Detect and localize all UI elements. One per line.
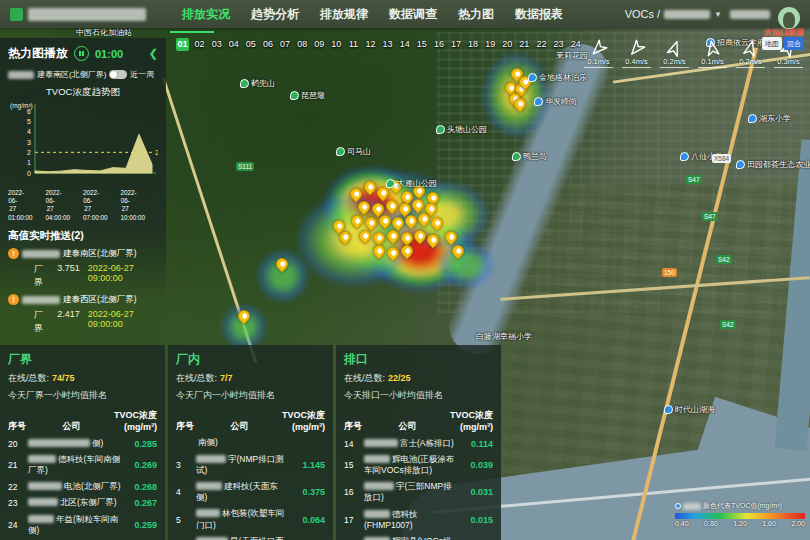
company-redacted xyxy=(28,482,62,490)
tvoc-value: 0.285 xyxy=(121,439,157,449)
map-layer-buttons: 地图 混合 xyxy=(762,37,804,50)
tvoc-value: 0.031 xyxy=(457,487,493,497)
legend-marker-icon xyxy=(675,503,681,509)
push-type: 厂界 xyxy=(34,309,49,335)
x-axis-label: 2022-06-27 10:00:00 xyxy=(121,189,159,222)
table-row[interactable]: 15 辉电池(正极涂布车间VOCs排放口) 0.039 xyxy=(344,454,493,476)
hour-tick[interactable]: 09 xyxy=(313,38,326,51)
hour-tick[interactable]: 05 xyxy=(244,38,257,51)
hour-tick[interactable]: 22 xyxy=(535,38,548,51)
push-timestamp: 2022-06-27 09:00:00 xyxy=(88,309,158,335)
hour-tick[interactable]: 24 xyxy=(569,38,582,51)
online-count: 7/7 xyxy=(220,373,233,383)
table-row[interactable]: 22 电池(北侧厂界) 0.268 xyxy=(8,481,157,492)
wind-indicator: 0.2m/s xyxy=(736,40,765,68)
table-header: 序号 公司 TVOC浓度(mg/m³) xyxy=(344,409,493,433)
hour-tick[interactable]: 13 xyxy=(381,38,394,51)
hour-tick[interactable]: 10 xyxy=(330,38,343,51)
panel-title: 厂界 xyxy=(8,351,157,368)
nav-tab[interactable]: 排放实况 xyxy=(182,6,230,23)
company-name: 宇(三部NMP排放口) xyxy=(364,481,457,503)
push-alert-item[interactable]: ! 建泰西区(北侧厂界) 厂界 2.417 2022-06-27 09:00:0… xyxy=(8,294,158,335)
hour-tick[interactable]: 11 xyxy=(347,38,360,51)
tvoc-value: 0.039 xyxy=(457,460,493,470)
hour-tick[interactable]: 04 xyxy=(227,38,240,51)
hour-tick[interactable]: 16 xyxy=(432,38,445,51)
nav-tab[interactable]: 排放规律 xyxy=(320,6,368,23)
hour-tick[interactable]: 14 xyxy=(398,38,411,51)
map-mix-button[interactable]: 混合 xyxy=(784,37,804,50)
table-row[interactable]: 6 显(天面排口西侧) 0.029 xyxy=(176,536,325,540)
hour-tick[interactable]: 07 xyxy=(279,38,292,51)
company-name: 德科技(车间南侧厂界) xyxy=(28,454,121,476)
hour-tick[interactable]: 06 xyxy=(261,38,274,51)
legend-title: 颜色代表TVOC值(mg/m³) xyxy=(703,501,782,511)
wind-indicator: 0.1m/s xyxy=(698,40,727,68)
app-logo-icon xyxy=(10,8,23,21)
table-row[interactable]: 23 北区(东侧厂界) 0.267 xyxy=(8,497,157,508)
hour-tick[interactable]: 20 xyxy=(501,38,514,51)
company-redacted xyxy=(28,498,58,506)
table-row[interactable]: 21 德科技(车间南侧厂界) 0.269 xyxy=(8,454,157,476)
hour-tick[interactable]: 17 xyxy=(450,38,463,51)
nav-tab[interactable]: 热力图 xyxy=(458,6,494,23)
hour-tick[interactable]: 15 xyxy=(415,38,428,51)
nav-tab[interactable]: 数据调查 xyxy=(389,6,437,23)
nav-tab[interactable]: 数据报表 xyxy=(515,6,563,23)
push-value: 3.751 xyxy=(57,263,80,289)
app-title-redacted xyxy=(28,8,146,21)
table-header: 序号 公司 TVOC浓度(mg/m³) xyxy=(176,409,325,433)
table-row[interactable]: 16 宇(三部NMP排放口) 0.031 xyxy=(344,481,493,503)
hour-tick[interactable]: 19 xyxy=(484,38,497,51)
svg-text:6: 6 xyxy=(27,108,31,115)
vocs-value-redacted xyxy=(664,10,710,19)
svg-text:2: 2 xyxy=(27,149,31,156)
hour-tick[interactable]: 02 xyxy=(193,38,206,51)
table-row[interactable]: 4 建科技(天面东侧) 0.375 xyxy=(176,481,325,503)
table-row[interactable]: 14 富士(A栋排口) 0.114 xyxy=(344,438,493,449)
company-redacted xyxy=(364,510,390,518)
online-label: 在线/总数: xyxy=(8,373,49,383)
hour-tick[interactable]: 01 xyxy=(176,38,189,51)
table-row[interactable]: 5 林包装(吹塑车间门口) 0.064 xyxy=(176,508,325,530)
pause-button[interactable] xyxy=(74,46,89,61)
online-count: 22/25 xyxy=(388,373,411,383)
company-redacted xyxy=(364,439,398,447)
wind-speed-label: 0.2m/s xyxy=(660,57,689,68)
trend-chart-svg: (mg/m³)01234562 xyxy=(8,99,158,185)
range-selector[interactable]: 近一周 xyxy=(130,69,154,80)
hour-tick[interactable]: 12 xyxy=(364,38,377,51)
table-row[interactable]: 18 辉家具(VOCs排放 0.014 xyxy=(344,536,493,540)
avatar[interactable] xyxy=(778,7,800,29)
wrapped-text-fragment: 南侧) xyxy=(198,437,325,449)
vocs-dropdown[interactable]: VOCs / ▼ xyxy=(625,8,722,20)
map-type-button[interactable]: 地图 xyxy=(762,37,782,50)
x-axis-label: 2022-06-27 01:00:00 xyxy=(8,189,46,222)
table-row[interactable]: 3 宇(NMP排口测试) 1.145 xyxy=(176,454,325,476)
wind-arrow-icon xyxy=(740,38,761,59)
tvoc-value: 0.114 xyxy=(457,439,493,449)
nav-tab[interactable]: 趋势分析 xyxy=(251,6,299,23)
hour-tick[interactable]: 18 xyxy=(467,38,480,51)
hour-tick[interactable]: 23 xyxy=(552,38,565,51)
site-toggle-switch[interactable] xyxy=(109,70,127,79)
company-name: 北区(东侧厂界) xyxy=(28,497,121,508)
heatmap-playback-title: 热力图播放 xyxy=(8,45,68,62)
company-name: 年益(制粒车间南侧) xyxy=(28,514,121,536)
rank-number: 22 xyxy=(8,482,28,492)
hour-tick[interactable]: 08 xyxy=(296,38,309,51)
svg-text:1: 1 xyxy=(27,159,31,166)
hour-tick[interactable]: 03 xyxy=(210,38,223,51)
company-redacted xyxy=(22,296,60,304)
table-row[interactable]: 20 侧) 0.285 xyxy=(8,438,157,449)
push-site-name: 建泰西区(北侧厂界) xyxy=(63,294,137,306)
rank-number: 23 xyxy=(8,498,28,508)
hour-tick[interactable]: 21 xyxy=(518,38,531,51)
table-row[interactable]: 24 年益(制粒车间南侧) 0.259 xyxy=(8,514,157,536)
panel-title: 排口 xyxy=(344,351,493,368)
push-alert-item[interactable]: ! 建泰南区(北侧厂界) 厂界 3.751 2022-06-27 09:00:0… xyxy=(8,248,158,289)
legend-ticks: 0.400.801.201.602.00 xyxy=(675,520,805,527)
table-row[interactable]: 17 德科技(FHMP1007) 0.015 xyxy=(344,509,493,531)
collapse-panel-icon[interactable]: ❮ xyxy=(149,47,158,60)
legend-tick: 0.40 xyxy=(675,520,689,527)
